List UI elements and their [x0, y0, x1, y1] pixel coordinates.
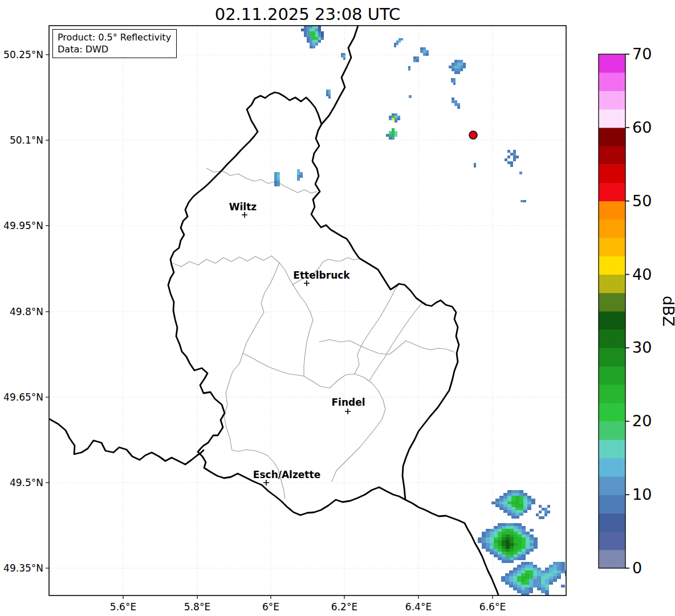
radar-echo-cell — [310, 46, 312, 48]
radar-site-marker — [469, 131, 477, 139]
radar-echo — [341, 53, 345, 60]
radar-echo-cell — [510, 546, 514, 549]
radar-echo-cell — [310, 31, 312, 34]
radar-echo-cell — [517, 590, 521, 593]
radar-echo-cell — [300, 172, 303, 175]
radar-echo-cell — [511, 507, 515, 510]
radar-echo-cell — [537, 582, 541, 585]
radar-echo-cell — [457, 103, 460, 106]
radar-echo-cell — [423, 50, 426, 53]
radar-echo-cell — [533, 565, 537, 568]
colorbar-segment — [599, 403, 625, 422]
radar-echo-cell — [545, 573, 549, 576]
radar-echo-cell — [328, 89, 331, 92]
colorbar-segment — [599, 293, 625, 312]
radar-echo-cell — [386, 134, 389, 137]
radar-echo-cell — [527, 499, 531, 501]
radar-echo-cell — [522, 532, 526, 535]
radar-echo-cell — [457, 60, 460, 63]
radar-echo-cell — [321, 34, 324, 37]
radar-echo-cell — [537, 573, 541, 576]
radar-echo-cell — [536, 513, 539, 516]
radar-echo-cell — [549, 582, 553, 585]
radar-echo-cell — [521, 576, 525, 579]
radar-echo-cell — [392, 118, 395, 120]
radar-echo-cell — [506, 535, 510, 537]
radar-echo-cell — [510, 554, 514, 557]
radar-echo-cell — [463, 66, 466, 68]
radar-echo-cell — [517, 582, 521, 585]
radar-echo-cell — [274, 172, 277, 175]
radar-echo-cell — [510, 164, 513, 167]
colorbar-segment — [599, 532, 625, 550]
radar-echo-cell — [454, 68, 457, 71]
radar-echo-cell — [530, 549, 534, 552]
radar-echo-cell — [515, 507, 519, 510]
radar-echo-cell — [521, 200, 523, 202]
radar-echo-cell — [518, 540, 522, 543]
colorbar-tick-label: 40 — [632, 266, 652, 283]
colorbar-segment — [599, 91, 625, 109]
radar-echo-cell — [511, 499, 515, 501]
radar-echo-cell — [518, 537, 522, 540]
radar-echo-cell — [522, 546, 526, 549]
radar-echo-cell — [453, 78, 456, 80]
radar-echo-cell — [545, 576, 549, 579]
radar-echo-cell — [401, 38, 403, 40]
radar-echo-cell — [502, 540, 506, 543]
radar-echo-cell — [449, 66, 452, 68]
radar-echo-cell — [506, 523, 510, 526]
radar-echo-cell — [478, 537, 482, 540]
colorbar-segment — [599, 348, 625, 366]
radar-echo-cell — [519, 172, 522, 174]
colorbar-segment — [599, 476, 625, 495]
canton-border — [224, 263, 285, 499]
radar-echo-cell — [394, 45, 396, 47]
radar-echo-cell — [394, 43, 396, 45]
radar-echo-cell — [505, 582, 509, 585]
radar-echo-cell — [529, 582, 533, 585]
radar-echo-cell — [523, 496, 527, 499]
radar-echo — [420, 47, 429, 56]
radar-echo-cell — [389, 118, 392, 120]
radar-echo-cell — [544, 508, 547, 511]
radar-echo-cell — [328, 96, 331, 99]
radar-echo-cell — [392, 116, 395, 118]
radar-echo-cell — [507, 161, 510, 164]
radar-echo-cell — [482, 543, 486, 546]
radar-echo-cell — [277, 181, 280, 183]
radar-echo-cell — [506, 560, 510, 563]
radar-echo-cell — [343, 58, 345, 60]
radar-echo-cell — [486, 537, 490, 540]
radar-echo-cell — [521, 590, 525, 593]
radar-echo-cell — [300, 175, 303, 178]
radar-echo-cell — [557, 568, 561, 570]
radar-echo-cell — [341, 53, 343, 55]
radar-echo — [326, 89, 331, 99]
radar-echo-cell — [561, 562, 565, 565]
radar-echo-cell — [396, 40, 399, 43]
y-tick-label: 49.35°N — [3, 562, 43, 574]
y-tick-label: 49.8°N — [10, 306, 43, 317]
radar-echo-cell — [547, 505, 550, 508]
radar-echo-cell — [529, 588, 533, 590]
radar-echo-cell — [541, 585, 545, 588]
radar-echo-cell — [490, 543, 494, 546]
radar-echo-cell — [506, 549, 510, 552]
colorbar-segment — [599, 385, 625, 403]
radar-echo-cell — [517, 579, 521, 582]
radar-echo-cell — [510, 161, 513, 164]
city-label: Esch/Alzette — [253, 469, 320, 480]
radar-echo-cell — [511, 504, 515, 507]
radar-echo-cell — [511, 493, 515, 496]
radar-echo-cell — [277, 183, 280, 186]
radar-echo-cell — [454, 66, 457, 68]
x-tick-label: 5.6°E — [110, 601, 136, 613]
radar-echo-cell — [514, 557, 518, 560]
radar-echo-cell — [310, 28, 312, 31]
colorbar-tick-label: 20 — [632, 412, 652, 430]
radar-echo-cell — [486, 535, 490, 537]
radar-echo — [519, 172, 522, 174]
y-tick-label: 49.5°N — [10, 477, 43, 488]
radar-echo-cell — [457, 66, 460, 68]
